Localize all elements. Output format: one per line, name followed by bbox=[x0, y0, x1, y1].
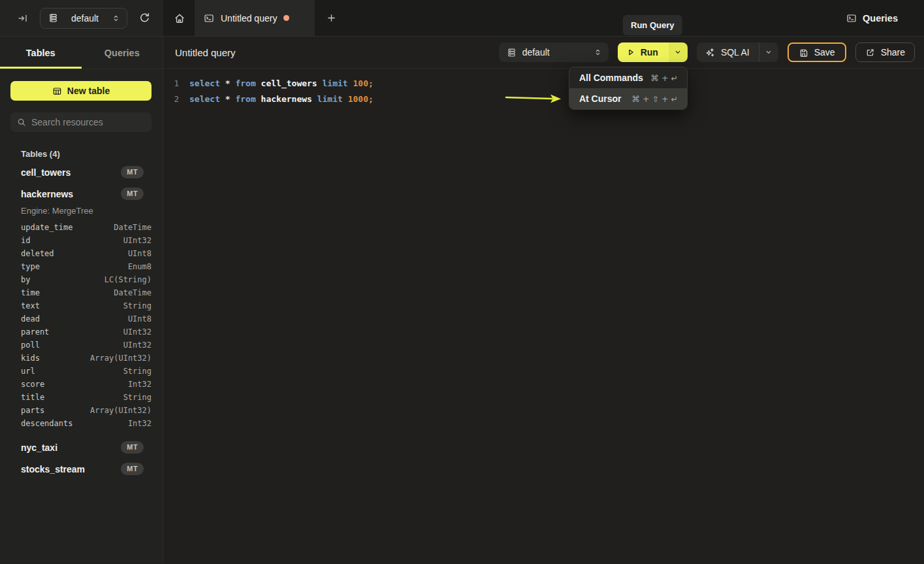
home-icon bbox=[174, 12, 185, 24]
sql-table-name: hackernews bbox=[261, 94, 317, 104]
run-options-menu: All Commands ⌘ + ↵ At Cursor ⌘ + ⇧ + ↵ bbox=[569, 67, 688, 110]
app-window: default bbox=[0, 0, 924, 564]
database-selector[interactable]: default bbox=[40, 8, 127, 29]
play-icon bbox=[626, 48, 635, 57]
run-query-tooltip: Run Query bbox=[623, 15, 682, 35]
engine-badge: MT bbox=[121, 166, 144, 178]
terminal-icon bbox=[846, 13, 857, 24]
table-row-nyc-taxi[interactable]: nyc_taxi MT bbox=[0, 437, 163, 458]
chevron-updown-icon bbox=[594, 48, 602, 57]
sidebar-tab-queries[interactable]: Queries bbox=[82, 37, 163, 69]
sparkles-icon bbox=[705, 47, 715, 58]
save-button-label: Save bbox=[814, 47, 835, 58]
sql-table-name: cell_towers bbox=[261, 78, 323, 88]
line-number: 1 bbox=[163, 76, 179, 91]
tab-untitled-query[interactable]: Untitled query bbox=[195, 0, 315, 36]
sql-ai-label: SQL AI bbox=[721, 47, 750, 58]
column-row: titleString bbox=[0, 391, 163, 404]
database-icon bbox=[48, 13, 58, 23]
sql-editor[interactable]: 1 select * from cell_towers limit 100; 2… bbox=[163, 69, 924, 563]
column-row: pollUInt32 bbox=[0, 339, 163, 352]
line-number: 2 bbox=[163, 91, 179, 107]
sidebar: Tables Queries New table bbox=[0, 37, 163, 563]
column-row: byLC(String) bbox=[0, 273, 163, 286]
hackernews-columns: update_timeDateTime idUInt32 deletedUInt… bbox=[0, 221, 163, 430]
save-disk-icon bbox=[799, 48, 808, 58]
plus-icon bbox=[327, 13, 336, 23]
sql-token: * bbox=[225, 94, 236, 104]
sql-keyword: from bbox=[235, 78, 261, 88]
sql-number: 1000; bbox=[348, 94, 374, 104]
sql-keyword: from bbox=[235, 94, 261, 104]
column-row: typeEnum8 bbox=[0, 260, 163, 273]
query-database-value: default bbox=[522, 47, 588, 58]
column-row: kidsArray(UInt32) bbox=[0, 352, 163, 365]
search-icon bbox=[17, 118, 26, 127]
new-table-label: New table bbox=[67, 86, 110, 96]
shortcut-hint: ⌘ + ↵ bbox=[650, 73, 677, 83]
engine-label: Engine: MergeTree bbox=[21, 206, 163, 216]
main-area: Untitled query default bbox=[163, 37, 924, 563]
menu-item-all-commands[interactable]: All Commands ⌘ + ↵ bbox=[569, 67, 687, 88]
sql-keyword: select bbox=[189, 78, 225, 88]
search-box bbox=[10, 112, 151, 132]
run-options-button[interactable] bbox=[669, 42, 688, 62]
collapse-sidebar-button[interactable] bbox=[14, 10, 31, 27]
chevron-down-icon bbox=[765, 48, 773, 56]
query-database-selector[interactable]: default bbox=[499, 42, 609, 62]
pin-sidebar-icon bbox=[18, 13, 28, 24]
sidebar-tab-tables[interactable]: Tables bbox=[0, 37, 82, 69]
shortcut-hint: ⌘ + ⇧ + ↵ bbox=[632, 94, 678, 104]
engine-badge: MT bbox=[121, 188, 144, 200]
save-button[interactable]: Save bbox=[788, 42, 846, 62]
search-input[interactable] bbox=[31, 117, 150, 127]
new-tab-button[interactable] bbox=[323, 10, 340, 27]
query-title: Untitled query bbox=[175, 47, 236, 58]
queries-button-label: Queries bbox=[863, 13, 898, 24]
annotation-arrow bbox=[503, 89, 564, 108]
column-row: scoreInt32 bbox=[0, 378, 163, 391]
column-row: idUInt32 bbox=[0, 234, 163, 247]
column-row: update_timeDateTime bbox=[0, 221, 163, 234]
column-row: deadUInt8 bbox=[0, 312, 163, 325]
header-actions: default Run Query bbox=[499, 42, 915, 62]
unsaved-changes-dot bbox=[283, 15, 289, 21]
menu-item-at-cursor[interactable]: At Cursor ⌘ + ⇧ + ↵ bbox=[569, 88, 687, 109]
topbar-spacer bbox=[340, 0, 846, 36]
sql-ai-options-button[interactable] bbox=[759, 42, 778, 62]
tabstrip: Untitled query Queries bbox=[163, 0, 924, 36]
topbar-left: default bbox=[0, 0, 163, 36]
table-grid-icon bbox=[52, 86, 62, 96]
column-row: descendantsInt32 bbox=[0, 417, 163, 430]
table-row-stocks-stream[interactable]: stocks_stream MT bbox=[0, 458, 163, 480]
chevron-updown-icon bbox=[112, 14, 120, 23]
share-button[interactable]: Share bbox=[855, 42, 915, 62]
tables-section-header: Tables (4) bbox=[21, 149, 163, 159]
refresh-icon bbox=[139, 12, 150, 24]
chevron-down-icon bbox=[674, 48, 682, 56]
tab-title: Untitled query bbox=[221, 13, 277, 24]
topbar: default bbox=[0, 0, 924, 37]
new-table-button[interactable]: New table bbox=[10, 81, 151, 101]
database-icon bbox=[507, 48, 517, 58]
run-button[interactable]: Run bbox=[618, 42, 669, 62]
share-button-label: Share bbox=[881, 47, 905, 58]
column-row: textString bbox=[0, 299, 163, 312]
table-row-cell-towers[interactable]: cell_towers MT bbox=[0, 161, 163, 183]
column-row: timeDateTime bbox=[0, 286, 163, 299]
queries-panel-button[interactable]: Queries bbox=[846, 13, 898, 24]
share-icon bbox=[865, 48, 875, 58]
sql-ai-button[interactable]: SQL AI bbox=[697, 42, 759, 62]
column-row: urlString bbox=[0, 365, 163, 378]
sidebar-tabs: Tables Queries bbox=[0, 37, 163, 69]
sql-keyword: select bbox=[189, 94, 225, 104]
refresh-button[interactable] bbox=[136, 10, 153, 27]
table-row-hackernews[interactable]: hackernews MT bbox=[0, 183, 163, 205]
sql-keyword: limit bbox=[323, 78, 353, 88]
sql-keyword: limit bbox=[317, 94, 348, 104]
database-selector-value: default bbox=[63, 13, 106, 24]
run-button-label: Run bbox=[641, 47, 658, 58]
home-button[interactable] bbox=[171, 10, 188, 27]
sql-number: 100; bbox=[353, 78, 373, 88]
sql-token: * bbox=[225, 78, 236, 88]
